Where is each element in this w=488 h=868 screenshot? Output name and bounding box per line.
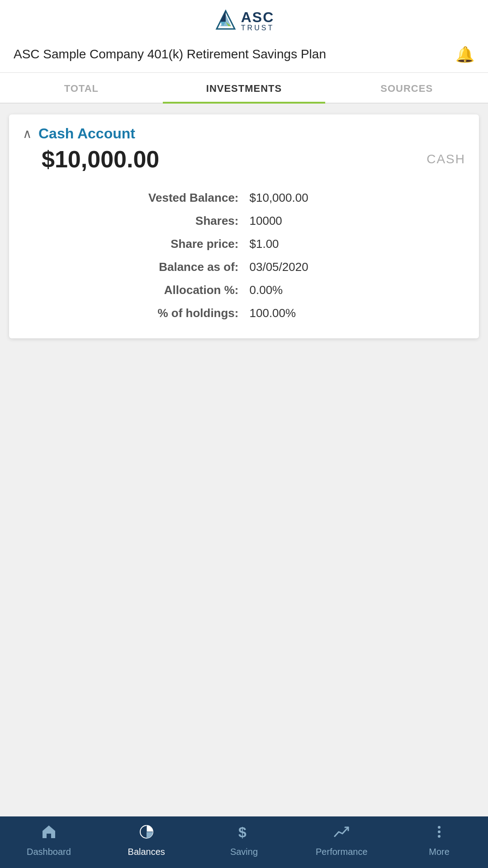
logo-text: ASC TRUST (241, 10, 275, 32)
nav-dashboard[interactable]: Dashboard (0, 824, 98, 857)
detail-label-0: Vested Balance: (23, 186, 244, 209)
details-table: Vested Balance:$10,000.00Shares:10000Sha… (23, 186, 465, 325)
cash-account-card: ∧ Cash Account $10,000.00 CASH Vested Ba… (9, 114, 479, 338)
nav-performance-label: Performance (316, 847, 368, 857)
home-icon (41, 824, 57, 844)
header: ASC TRUST ASC Sample Company 401(k) Reti… (0, 0, 488, 73)
asc-logo-icon (214, 9, 237, 33)
nav-saving-label: Saving (230, 847, 258, 857)
account-balance: $10,000.00 (42, 146, 159, 173)
tabs-bar: TOTAL INVESTMENTS SOURCES (0, 73, 488, 104)
card-header: ∧ Cash Account (23, 125, 465, 142)
detail-row-3: Balance as of:03/05/2020 (23, 256, 465, 279)
tab-investments[interactable]: INVESTMENTS (163, 73, 326, 103)
detail-label-2: Share price: (23, 232, 244, 256)
svg-point-10 (438, 830, 441, 833)
account-name: Cash Account (38, 125, 135, 142)
nav-dashboard-label: Dashboard (27, 847, 71, 857)
detail-row-4: Allocation %:0.00% (23, 279, 465, 302)
detail-label-5: % of holdings: (23, 302, 244, 325)
nav-more-label: More (429, 847, 450, 857)
pie-icon (138, 824, 155, 844)
nav-more[interactable]: More (390, 824, 488, 857)
svg-point-11 (438, 835, 441, 838)
dots-icon (431, 824, 447, 844)
plan-row: ASC Sample Company 401(k) Retirement Sav… (0, 38, 488, 72)
dollar-icon: $ (236, 824, 252, 844)
card-amount-row: $10,000.00 CASH (23, 146, 465, 173)
detail-row-5: % of holdings:100.00% (23, 302, 465, 325)
detail-value-1: 10000 (244, 209, 466, 232)
bottom-nav: Dashboard Balances $ Saving (0, 816, 488, 868)
chevron-up-icon[interactable]: ∧ (23, 126, 32, 141)
detail-value-3: 03/05/2020 (244, 256, 466, 279)
detail-label-1: Shares: (23, 209, 244, 232)
nav-balances-label: Balances (128, 847, 165, 857)
logo-trust-text: TRUST (241, 24, 275, 32)
nav-performance[interactable]: Performance (293, 824, 390, 857)
trending-icon (333, 824, 350, 844)
detail-value-5: 100.00% (244, 302, 466, 325)
logo-asc-text: ASC (241, 10, 275, 24)
bell-icon[interactable]: 🔔 (455, 45, 474, 63)
nav-balances[interactable]: Balances (98, 824, 195, 857)
svg-text:$: $ (238, 824, 246, 840)
detail-label-3: Balance as of: (23, 256, 244, 279)
detail-row-0: Vested Balance:$10,000.00 (23, 186, 465, 209)
tab-total[interactable]: TOTAL (0, 73, 163, 103)
cash-badge: CASH (426, 152, 465, 166)
detail-row-2: Share price:$1.00 (23, 232, 465, 256)
tab-sources[interactable]: SOURCES (325, 73, 488, 103)
logo-area: ASC TRUST (214, 9, 275, 33)
detail-value-4: 0.00% (244, 279, 466, 302)
svg-point-9 (438, 826, 441, 829)
detail-row-1: Shares:10000 (23, 209, 465, 232)
plan-name: ASC Sample Company 401(k) Retirement Sav… (14, 47, 326, 62)
detail-label-4: Allocation %: (23, 279, 244, 302)
main-content: ∧ Cash Account $10,000.00 CASH Vested Ba… (0, 104, 488, 816)
nav-saving[interactable]: $ Saving (195, 824, 293, 857)
detail-value-0: $10,000.00 (244, 186, 466, 209)
detail-value-2: $1.00 (244, 232, 466, 256)
